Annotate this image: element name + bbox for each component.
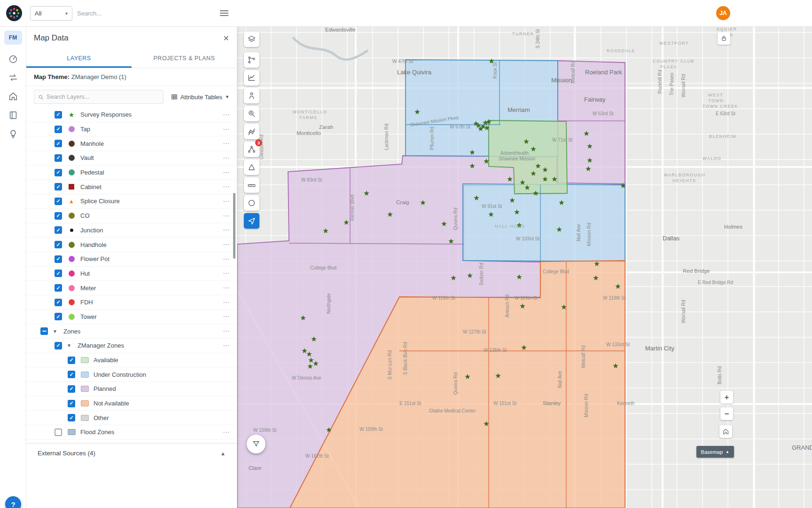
menu-icon[interactable] [218, 8, 230, 18]
layer-menu-button[interactable]: ⋯ [223, 298, 230, 307]
layer-menu-button[interactable]: ⋯ [223, 284, 230, 292]
layer-checkbox[interactable]: ✓ [55, 241, 62, 248]
layer-checkbox[interactable]: ✓ [55, 169, 62, 176]
zoom-search-tool[interactable] [244, 106, 259, 121]
navigate-tool[interactable] [244, 213, 259, 229]
external-sources-section[interactable]: External Sources (4) ▲ [26, 443, 237, 463]
journal-icon[interactable] [4, 106, 22, 124]
layer-checkbox[interactable]: ✓ [55, 270, 62, 277]
layer-menu-button[interactable]: ⋯ [223, 168, 230, 177]
measure-tool[interactable] [244, 177, 259, 193]
attribute-tables-button[interactable]: Attribute Tables ▼ [168, 92, 232, 103]
draw-tool[interactable] [244, 159, 259, 175]
zoom-in-button[interactable]: + [720, 391, 733, 404]
tab-layers[interactable]: LAYERS [26, 49, 132, 68]
layer-menu-button[interactable]: ⋯ [223, 212, 230, 220]
layer-search-input[interactable] [47, 94, 159, 100]
zone-swatch-icon [80, 357, 89, 363]
svg-text:Lackman Rd: Lackman Rd [384, 124, 389, 150]
layer-checkbox[interactable]: ✓ [55, 342, 62, 349]
search-icon [38, 94, 44, 100]
layer-menu-button[interactable]: ⋯ [223, 269, 230, 278]
chevron-down-icon[interactable]: ▼ [65, 343, 73, 348]
polyline-tool[interactable] [244, 124, 259, 139]
layer-menu-button[interactable]: ⋯ [223, 255, 230, 263]
basemap-button[interactable]: Basemap ▲ [696, 446, 734, 458]
layer-checkbox[interactable]: ✓ [68, 385, 75, 393]
layer-checkbox[interactable]: ✓ [55, 212, 62, 220]
global-search-input[interactable] [77, 6, 218, 21]
layer-checkbox[interactable]: ✓ [55, 154, 62, 162]
flood-zones-label: Flood Zones [80, 429, 223, 436]
layer-checkbox[interactable]: ✓ [55, 198, 62, 205]
ideas-icon[interactable] [4, 125, 22, 143]
layer-menu-button[interactable]: ⋯ [223, 111, 230, 119]
zone-under-construction-south[interactable] [463, 184, 625, 262]
map-home-button[interactable] [719, 425, 732, 438]
layer-checkbox[interactable]: ✓ [68, 357, 75, 364]
chart-tool[interactable] [244, 70, 259, 86]
svg-text:Quivira Rd: Quivira Rd [453, 373, 458, 395]
network-trace-tool[interactable] [244, 52, 259, 68]
layer-checkbox[interactable] [40, 327, 48, 335]
layer-checkbox[interactable]: ✓ [55, 140, 62, 147]
svg-text:COUNTRY CLUB: COUNTRY CLUB [653, 59, 695, 64]
svg-text:PLAZA: PLAZA [660, 64, 677, 69]
layer-menu-button[interactable]: ⋯ [223, 240, 230, 249]
help-button[interactable]: ? [5, 496, 21, 508]
layer-row: ✓Vault⋯ [26, 151, 237, 166]
zone-swatch-icon [80, 400, 89, 406]
layer-checkbox[interactable]: ✓ [55, 313, 62, 320]
dashboard-icon[interactable] [4, 50, 22, 68]
svg-text:WESTPORT: WESTPORT [659, 41, 689, 46]
avatar[interactable]: JA [716, 6, 730, 20]
app-logo[interactable] [6, 5, 23, 22]
close-icon[interactable]: ✕ [223, 34, 229, 43]
layer-checkbox[interactable] [55, 429, 62, 436]
layer-checkbox[interactable]: ✓ [68, 371, 75, 378]
layer-checkbox[interactable]: ✓ [55, 183, 62, 190]
chevron-up-icon[interactable]: ▲ [220, 451, 226, 456]
layer-checkbox[interactable]: ✓ [55, 111, 62, 119]
layer-checkbox[interactable]: ✓ [55, 126, 62, 133]
layer-checkbox[interactable]: ✓ [55, 226, 62, 234]
layer-menu-button[interactable]: ⋯ [223, 125, 230, 134]
lock-button[interactable] [718, 32, 730, 45]
svg-text:W 151st St: W 151st St [493, 401, 516, 406]
filter-fab-button[interactable] [247, 435, 265, 453]
layers-tool[interactable] [244, 32, 259, 47]
zmanager-menu-button[interactable]: ⋯ [223, 341, 230, 350]
map-toolbar: 3 [244, 32, 259, 229]
chevron-down-icon[interactable]: ▼ [51, 329, 59, 334]
layer-menu-button[interactable]: ⋯ [223, 226, 230, 234]
global-filter-dropdown[interactable]: All ▾ [30, 6, 72, 21]
panel-scrollbar[interactable] [233, 193, 235, 259]
zones-menu-button[interactable]: ⋯ [223, 327, 230, 335]
flood-menu-button[interactable]: ⋯ [223, 428, 230, 437]
zoom-out-button[interactable]: − [720, 407, 733, 420]
layer-checkbox[interactable]: ✓ [68, 400, 75, 407]
layer-checkbox[interactable]: ✓ [55, 284, 62, 292]
layer-menu-button[interactable]: ⋯ [223, 312, 230, 321]
layer-menu-button[interactable]: ⋯ [223, 154, 230, 162]
layer-menu-button[interactable]: ⋯ [223, 197, 230, 206]
street-view-tool[interactable] [244, 88, 259, 103]
svg-text:Knox St: Knox St [492, 62, 498, 79]
table-icon [171, 94, 178, 100]
map-canvas[interactable]: EdwardsvilleTURNERW 47th StLake QuiviraR… [237, 27, 812, 508]
rail-tab-fm[interactable]: FM [4, 31, 22, 45]
layer-menu-button[interactable]: ⋯ [223, 183, 230, 191]
left-rail: FM ? [0, 27, 26, 508]
network-hierarchy-tool[interactable]: 3 [244, 142, 259, 157]
svg-text:W 103rd St: W 103rd St [516, 236, 539, 241]
layer-checkbox[interactable]: ✓ [68, 414, 75, 421]
tab-projects-plans[interactable]: PROJECTS & PLANS [132, 49, 237, 68]
zone-subtype-label: Under Construction [94, 371, 230, 378]
compare-icon[interactable] [4, 69, 22, 87]
filter-dropdown-value: All [35, 10, 41, 17]
layer-checkbox[interactable]: ✓ [55, 299, 62, 306]
home-icon[interactable] [4, 87, 22, 105]
lasso-tool[interactable] [244, 195, 259, 211]
layer-menu-button[interactable]: ⋯ [223, 139, 230, 148]
layer-checkbox[interactable]: ✓ [55, 255, 62, 263]
